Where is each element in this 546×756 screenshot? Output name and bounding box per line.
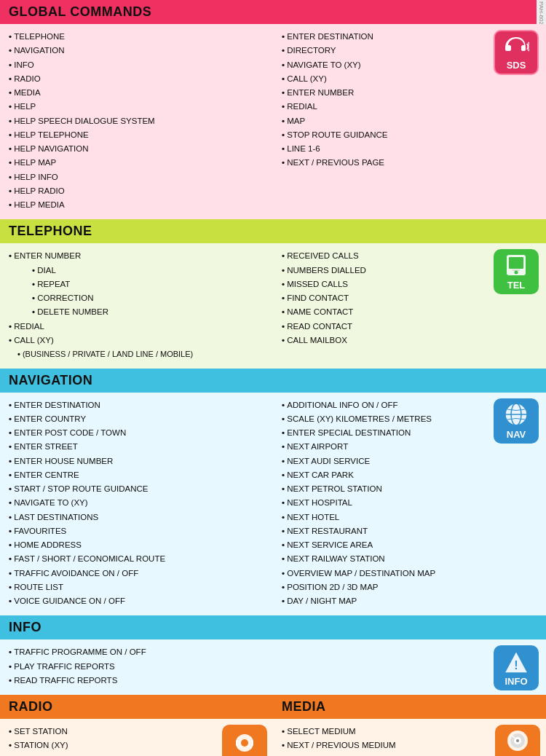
list-item: OVERVIEW MAP / DESTINATION MAP <box>282 567 537 580</box>
list-item: CORRECTION <box>9 291 264 305</box>
bottom-sections: RADIO SET STATION STATION (XY) SET FREQU… <box>0 695 546 756</box>
list-item: NEXT SERVICE AREA <box>282 538 537 552</box>
section-nav-content: ENTER DESTINATION ENTER COUNTRY ENTER PO… <box>0 393 546 616</box>
section-radio-content: SET STATION STATION (XY) SET FREQUENCY S… <box>0 719 273 756</box>
section-info: INFO TRAFFIC PROGRAMME ON / OFF PLAY TRA… <box>0 615 546 695</box>
list-item: REPEAT <box>9 277 264 291</box>
section-info-header: INFO <box>0 615 546 639</box>
section-radio-header: RADIO <box>0 695 273 719</box>
list-item: ENTER POST CODE / TOWN <box>9 426 264 440</box>
list-item: ENTER DESTINATION <box>9 398 264 412</box>
info-list1: TRAFFIC PROGRAMME ON / OFF PLAY TRAFFIC … <box>9 645 273 688</box>
list-item: INFO <box>9 58 264 72</box>
list-item: TRAFFIC AVOIDANCE ON / OFF <box>9 567 264 580</box>
list-item: SELECT MEDIUM <box>282 725 485 739</box>
svg-point-2 <box>515 270 518 274</box>
section-media: MEDIA SELECT MEDIUM NEXT / PREVIOUS MEDI… <box>273 695 546 756</box>
list-item: HELP MAP <box>9 156 264 170</box>
list-item: START / STOP ROUTE GUIDANCE <box>9 482 264 496</box>
page-wrapper: PAH-6028 GLOBAL COMMANDS TELEPHONE NAVIG… <box>0 0 546 756</box>
list-item: DELETE NUMBER <box>9 305 264 319</box>
list-item: TRAFFIC PROGRAMME ON / OFF <box>9 645 273 659</box>
list-item: STOP ROUTE GUIDANCE <box>282 128 537 142</box>
list-item: ENTER COUNTRY <box>9 412 264 426</box>
list-item: POSITION 2D / 3D MAP <box>282 580 537 594</box>
list-item: FAST / SHORT / ECONOMICAL ROUTE <box>9 552 264 566</box>
list-item: NAME CONTACT <box>282 305 537 319</box>
list-item: NEXT CAR PARK <box>282 468 537 482</box>
global-col1: TELEPHONE NAVIGATION INFO RADIO MEDIA HE… <box>0 30 273 212</box>
svg-rect-1 <box>509 257 523 269</box>
sds-label: SDS <box>507 60 526 71</box>
list-item: HELP SPEECH DIALOGUE SYSTEM <box>9 114 264 128</box>
list-item: HELP TELEPHONE <box>9 128 264 142</box>
list-item: ENTER CENTRE <box>9 468 264 482</box>
list-item: MAP <box>282 114 537 128</box>
list-item: NAVIGATE TO (XY) <box>9 496 264 510</box>
section-tel-header: TELEPHONE <box>0 219 546 243</box>
section-media-title: MEDIA <box>282 699 326 714</box>
info-badge: ! INFO <box>494 645 539 690</box>
section-global-title: GLOBAL COMMANDS <box>9 4 151 19</box>
list-item: NEXT RESTAURANT <box>282 524 537 538</box>
list-item: CALL (XY) <box>9 334 264 347</box>
list-item: HELP <box>9 100 264 114</box>
list-item: RADIO <box>9 72 264 86</box>
list-item: READ CONTACT <box>282 320 537 334</box>
headset-icon <box>503 35 529 58</box>
section-tel-title: TELEPHONE <box>9 224 92 238</box>
sds-badge: SDS <box>494 30 539 75</box>
svg-text:!: ! <box>514 659 518 672</box>
list-item: ENTER HOUSE NUMBER <box>9 454 264 468</box>
tel-badge: TEL <box>494 249 539 294</box>
section-telephone: TELEPHONE ENTER NUMBER DIAL REPEAT CORRE… <box>0 219 546 368</box>
globe-icon <box>503 401 529 428</box>
list-item: LAST DESTINATIONS <box>9 511 264 524</box>
media-list1: SELECT MEDIUM NEXT / PREVIOUS MEDIUM NEX… <box>282 725 485 756</box>
radio-icon <box>232 730 258 753</box>
list-item: MEDIA <box>9 86 264 100</box>
tel-col1: ENTER NUMBER DIAL REPEAT CORRECTION DELE… <box>0 249 273 361</box>
section-info-title: INFO <box>9 620 41 634</box>
section-media-content: SELECT MEDIUM NEXT / PREVIOUS MEDIUM NEX… <box>273 719 546 756</box>
list-item: NEXT HOSPITAL <box>282 496 537 510</box>
list-item: DAY / NIGHT MAP <box>282 594 537 608</box>
list-item: NEXT / PREVIOUS MEDIUM <box>282 739 485 752</box>
section-nav-header: NAVIGATION <box>0 369 546 393</box>
tel-list1: ENTER NUMBER DIAL REPEAT CORRECTION DELE… <box>9 249 264 361</box>
list-item: ENTER STREET <box>9 440 264 454</box>
list-item: SET STATION <box>9 725 212 739</box>
section-global-header: GLOBAL COMMANDS <box>0 0 546 24</box>
nav-col1: ENTER DESTINATION ENTER COUNTRY ENTER PO… <box>0 398 273 609</box>
nav-badge: NAV <box>494 398 539 444</box>
list-item: FAVOURITES <box>9 524 264 538</box>
list-item: VOICE GUIDANCE ON / OFF <box>9 594 264 608</box>
info-triangle-icon: ! <box>503 650 529 674</box>
list-item: ENTER NUMBER <box>9 249 264 263</box>
list-item: REDIAL <box>282 100 537 114</box>
list-item: HELP INFO <box>9 170 264 184</box>
svg-point-16 <box>516 739 519 742</box>
media-badge: MEDIA <box>495 725 540 756</box>
list-item: NEXT AUDI SERVICE <box>282 454 537 468</box>
section-radio-title: RADIO <box>9 699 53 714</box>
list-item: NEXT HOTEL <box>282 511 537 524</box>
list-item: READ TRAFFIC REPORTS <box>9 674 273 688</box>
list-item: STATION (XY) <box>9 739 212 752</box>
section-navigation: NAVIGATION ENTER DESTINATION ENTER COUNT… <box>0 369 546 616</box>
radio-list1: SET STATION STATION (XY) SET FREQUENCY S… <box>9 725 212 756</box>
svg-point-12 <box>241 739 248 747</box>
radio-badge: RADIO <box>222 725 267 756</box>
list-item: HELP NAVIGATION <box>9 142 264 156</box>
list-item: LINE 1-6 <box>282 142 537 156</box>
section-nav-title: NAVIGATION <box>9 373 92 387</box>
list-item: ROUTE LIST <box>9 580 264 594</box>
nav-list1: ENTER DESTINATION ENTER COUNTRY ENTER PO… <box>9 398 264 609</box>
list-item-sub: (BUSINESS / PRIVATE / LAND LINE / MOBILE… <box>9 347 264 361</box>
phone-icon <box>504 253 529 278</box>
list-item: HOME ADDRESS <box>9 538 264 552</box>
disc-icon <box>505 729 531 754</box>
list-item: CALL MAILBOX <box>282 334 537 347</box>
list-item: HELP MEDIA <box>9 198 264 212</box>
section-tel-content: ENTER NUMBER DIAL REPEAT CORRECTION DELE… <box>0 243 546 368</box>
